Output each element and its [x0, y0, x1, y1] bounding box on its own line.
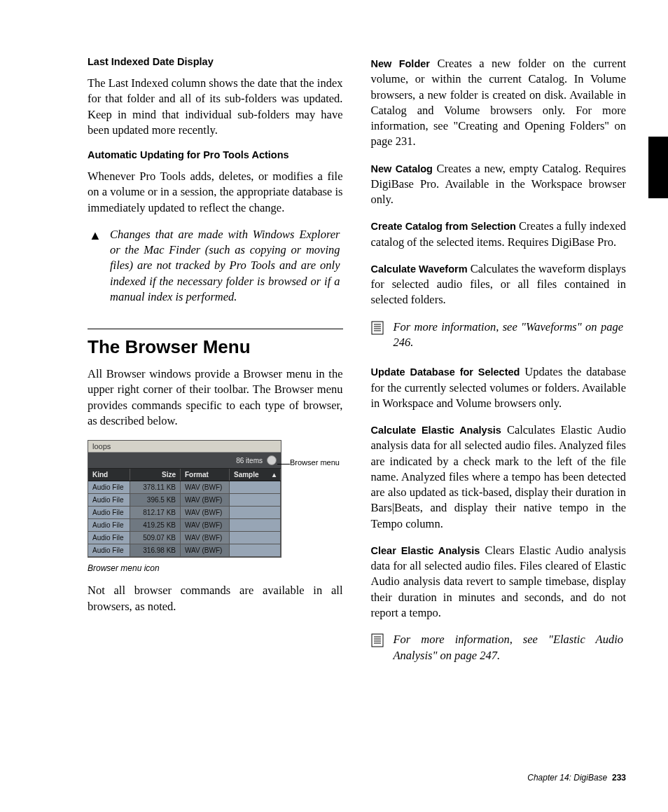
figure-callout: Browser menu — [290, 440, 340, 467]
browser-window: loops 86 items Kind Size Format Sample ▴ — [88, 440, 281, 558]
browser-toolbar: 86 items — [88, 453, 281, 469]
document-icon — [371, 632, 387, 663]
runin-update-db: Update Database for Selected — [371, 366, 520, 378]
col-sample-label: Sample — [234, 471, 259, 479]
table-row: Audio File316.98 KBWAV (BWF) — [88, 544, 281, 557]
svg-rect-0 — [372, 322, 383, 334]
cell-sample — [230, 519, 281, 531]
col-format: Format — [181, 469, 230, 481]
footer-page: 233 — [612, 773, 626, 783]
para-calc-waveform: Calculate Waveform Calculates the wavefo… — [371, 261, 627, 308]
cell-format: WAV (BWF) — [181, 544, 230, 556]
cell-kind: Audio File — [88, 494, 130, 506]
text-new-folder: Creates a new folder on the current volu… — [371, 57, 627, 148]
page-footer: Chapter 14: DigiBase 233 — [527, 773, 626, 783]
xref-text-waveforms: For more information, see "Waveforms" on… — [394, 319, 624, 351]
cell-kind: Audio File — [88, 544, 130, 556]
para-auto-update: Whenever Pro Tools adds, deletes, or mod… — [88, 169, 343, 216]
cell-size: 509.07 KB — [130, 532, 181, 544]
table-row: Audio File419.25 KBWAV (BWF) — [88, 519, 281, 532]
runin-new-folder: New Folder — [371, 58, 430, 69]
col-size: Size — [130, 469, 181, 481]
cell-format: WAV (BWF) — [181, 481, 230, 493]
cell-sample — [230, 481, 281, 493]
cell-kind: Audio File — [88, 481, 130, 493]
cell-kind: Audio File — [88, 507, 130, 518]
xref-text-elastic: For more information, see "Elastic Audio… — [394, 632, 624, 663]
cell-kind: Audio File — [88, 532, 130, 544]
footer-chapter: Chapter 14: DigiBase — [527, 773, 607, 783]
warning-note: ▲ Changes that are made with Windows Exp… — [88, 227, 343, 305]
browser-menu-icon[interactable] — [267, 455, 277, 465]
document-icon — [371, 319, 387, 351]
window-title: loops — [88, 441, 281, 453]
para-new-catalog: New Catalog Creates a new, empty Catalog… — [371, 161, 627, 208]
cell-size: 396.5 KB — [130, 494, 181, 506]
table-body: Audio File378.11 KBWAV (BWF)Audio File39… — [88, 481, 281, 557]
para-browser-intro: All Browser windows provide a Browser me… — [88, 366, 343, 429]
cell-format: WAV (BWF) — [181, 519, 230, 531]
warning-text: Changes that are made with Windows Explo… — [110, 227, 340, 305]
svg-rect-5 — [372, 634, 383, 647]
text-calc-elastic: Calculates Elastic Audio analysis data f… — [371, 423, 627, 530]
cell-size: 419.25 KB — [130, 519, 181, 531]
cell-kind: Audio File — [88, 519, 130, 531]
cell-sample — [230, 494, 281, 506]
cell-format: WAV (BWF) — [181, 494, 230, 506]
cell-format: WAV (BWF) — [181, 532, 230, 544]
cell-size: 316.98 KB — [130, 544, 181, 556]
runin-clear-elastic: Clear Elastic Analysis — [371, 545, 480, 556]
table-row: Audio File378.11 KBWAV (BWF) — [88, 481, 281, 494]
runin-calc-elastic: Calculate Elastic Analysis — [371, 425, 501, 436]
section-heading: The Browser Menu — [88, 336, 343, 358]
warning-icon: ▲ — [88, 227, 103, 305]
table-row: Audio File812.17 KBWAV (BWF) — [88, 507, 281, 519]
table-header: Kind Size Format Sample ▴ — [88, 469, 281, 481]
cell-size: 812.17 KB — [130, 507, 181, 518]
runin-new-catalog: New Catalog — [371, 163, 433, 174]
figure-caption: Browser menu icon — [88, 563, 343, 573]
cell-sample — [230, 507, 281, 518]
sort-icon: ▴ — [272, 471, 276, 479]
col-sample: Sample ▴ — [230, 469, 281, 481]
cell-sample — [230, 532, 281, 544]
right-column: New Folder Creates a new folder on the c… — [371, 56, 627, 677]
para-update-db: Update Database for Selected Updates the… — [371, 364, 627, 411]
para-create-catalog: Create Catalog from Selection Creates a … — [371, 219, 627, 250]
para-new-folder: New Folder Creates a new folder on the c… — [371, 56, 627, 150]
runin-create-catalog: Create Catalog from Selection — [371, 221, 516, 232]
col-kind: Kind — [88, 469, 130, 481]
section-rule — [88, 329, 343, 329]
subhead-auto-update: Automatic Updating for Pro Tools Actions — [88, 149, 343, 160]
callout-label: Browser menu — [290, 458, 340, 467]
table-row: Audio File509.07 KBWAV (BWF) — [88, 532, 281, 544]
thumb-tab — [648, 137, 668, 198]
figure-browser-menu: loops 86 items Kind Size Format Sample ▴ — [88, 440, 343, 573]
item-count: 86 items — [236, 457, 263, 465]
subhead-last-indexed: Last Indexed Date Display — [88, 56, 343, 67]
xref-note-waveforms: For more information, see "Waveforms" on… — [371, 319, 627, 351]
runin-calc-waveform: Calculate Waveform — [371, 263, 468, 275]
para-clear-elastic: Clear Elastic Analysis Clears Elastic Au… — [371, 543, 627, 621]
table-row: Audio File396.5 KBWAV (BWF) — [88, 494, 281, 507]
para-not-all: Not all browser commands are available i… — [88, 583, 343, 614]
cell-size: 378.11 KB — [130, 481, 181, 493]
cell-format: WAV (BWF) — [181, 507, 230, 518]
cell-sample — [230, 544, 281, 556]
para-calc-elastic: Calculate Elastic Analysis Calculates El… — [371, 422, 627, 532]
para-last-indexed: The Last Indexed column shows the date t… — [88, 76, 343, 138]
left-column: Last Indexed Date Display The Last Index… — [88, 56, 343, 677]
xref-note-elastic: For more information, see "Elastic Audio… — [371, 632, 627, 663]
